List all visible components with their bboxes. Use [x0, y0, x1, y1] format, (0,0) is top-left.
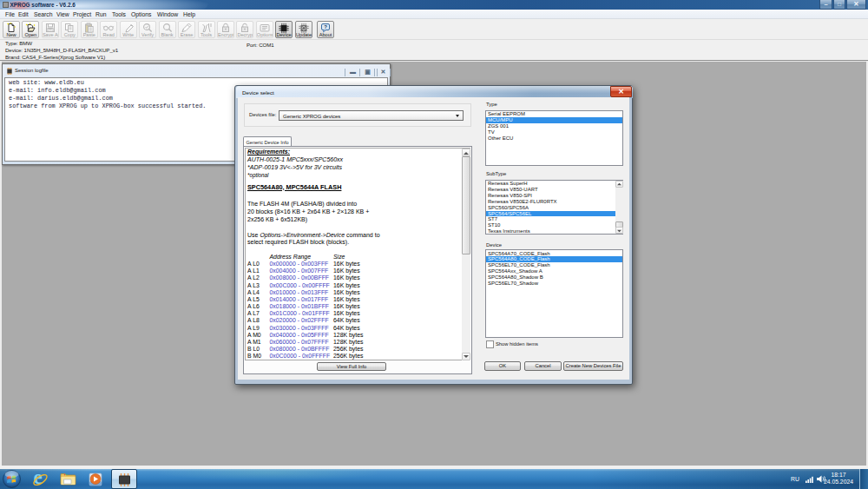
svg-text:?: ? [324, 24, 327, 30]
